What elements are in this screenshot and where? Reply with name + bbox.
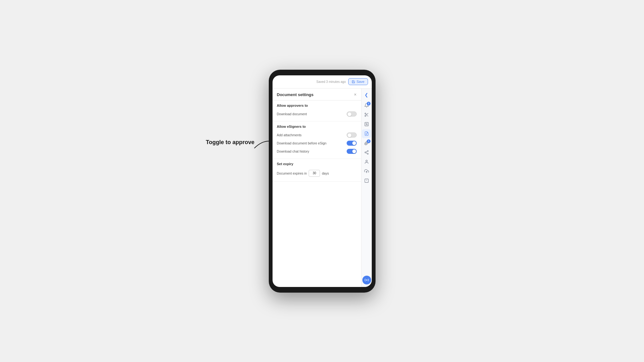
close-button[interactable]: × [354, 92, 356, 97]
upload-icon [364, 169, 369, 174]
sidebar-icon-upload[interactable] [362, 167, 371, 176]
download-before-esign-track [347, 141, 357, 146]
add-attachments-row: Add attachments [277, 131, 357, 139]
set-expiry-section: Set expiry Document expires in days [273, 159, 361, 182]
add-attachments-toggle[interactable] [347, 132, 357, 138]
annotation: Toggle to approve [206, 139, 255, 146]
user-icon [364, 159, 369, 164]
download-before-esign-toggle[interactable] [347, 141, 357, 146]
svg-point-7 [366, 123, 366, 124]
svg-line-15 [366, 151, 367, 152]
sidebar-icon-user[interactable] [362, 158, 371, 166]
download-document-label: Download document [277, 112, 307, 116]
add-attachments-track [347, 132, 357, 138]
scissors-icon [364, 112, 369, 117]
expiry-unit: days [322, 171, 329, 175]
svg-point-13 [367, 153, 368, 154]
saved-status: Saved 3 minutes ago [316, 80, 346, 84]
annotation-text: Toggle to approve [206, 139, 255, 146]
sidebar-icon-sharing[interactable] [362, 148, 371, 157]
save-button[interactable]: Save [348, 78, 368, 85]
sidebar-icon-coupon[interactable] [362, 120, 371, 129]
download-document-toggle[interactable] [347, 111, 357, 116]
expiry-label: Document expires in [277, 171, 307, 175]
right-sidebar: ❮ 2 [361, 89, 372, 287]
download-chat-history-row: Download chat history [277, 147, 357, 155]
allow-esigners-section: Allow eSigners to Add attachments Downlo… [273, 122, 361, 159]
device-screen: Saved 3 minutes ago Save Document s [273, 75, 372, 287]
download-chat-history-track [347, 149, 357, 154]
svg-point-11 [367, 150, 368, 152]
info-icon [364, 178, 369, 183]
set-expiry-title: Set expiry [277, 162, 357, 166]
sharing-icon [364, 150, 369, 155]
svg-line-14 [366, 153, 367, 153]
svg-point-12 [365, 152, 366, 153]
download-chat-history-thumb [352, 149, 356, 153]
download-chat-history-toggle[interactable] [347, 149, 357, 154]
svg-point-21 [366, 279, 367, 281]
download-before-esign-row: Download document before eSign [277, 139, 357, 147]
back-icon: ❮ [365, 92, 368, 97]
svg-line-3 [367, 115, 368, 116]
allow-esigners-title: Allow eSigners to [277, 125, 357, 128]
sidebar-icon-attachment[interactable]: 1 [362, 139, 371, 148]
download-before-esign-label: Download document before eSign [277, 141, 327, 145]
download-chat-history-label: Download chat history [277, 149, 309, 153]
attachment-badge: 1 [367, 139, 371, 143]
expiry-input[interactable] [309, 170, 320, 177]
fab-button[interactable] [362, 276, 371, 284]
panel-header: Document settings × [273, 89, 361, 100]
download-document-row: Download document [277, 110, 357, 118]
svg-point-1 [365, 115, 366, 116]
settings-panel: Document settings × Allow approvers to D… [273, 89, 361, 287]
svg-point-8 [367, 125, 367, 125]
add-attachments-thumb [348, 133, 351, 137]
svg-point-16 [366, 160, 367, 162]
sidebar-icon-scissors[interactable] [362, 111, 371, 119]
download-before-esign-thumb [352, 141, 356, 145]
sidebar-icon-notifications[interactable]: 2 [362, 101, 371, 110]
sidebar-icon-info[interactable] [362, 176, 371, 185]
save-icon [352, 80, 355, 84]
panel-title: Document settings [277, 92, 314, 97]
back-button[interactable]: ❮ [362, 90, 371, 99]
app-header: Saved 3 minutes ago Save [273, 75, 372, 89]
svg-point-0 [365, 113, 366, 114]
allow-approvers-section: Allow approvers to Download document [273, 100, 361, 122]
fab-icon [365, 278, 369, 282]
device-frame: Saved 3 minutes ago Save Document s [269, 70, 376, 293]
main-area: Document settings × Allow approvers to D… [273, 89, 372, 287]
expiry-row: Document expires in days [277, 168, 357, 178]
coupon-icon [364, 122, 369, 127]
save-label: Save [356, 80, 364, 84]
notifications-badge: 2 [367, 102, 371, 105]
download-document-thumb [348, 112, 351, 116]
download-document-track [347, 111, 357, 116]
document-settings-icon [364, 131, 369, 136]
sidebar-icon-document-settings[interactable] [362, 129, 371, 138]
svg-line-4 [366, 114, 366, 115]
allow-approvers-title: Allow approvers to [277, 104, 357, 107]
add-attachments-label: Add attachments [277, 133, 302, 137]
